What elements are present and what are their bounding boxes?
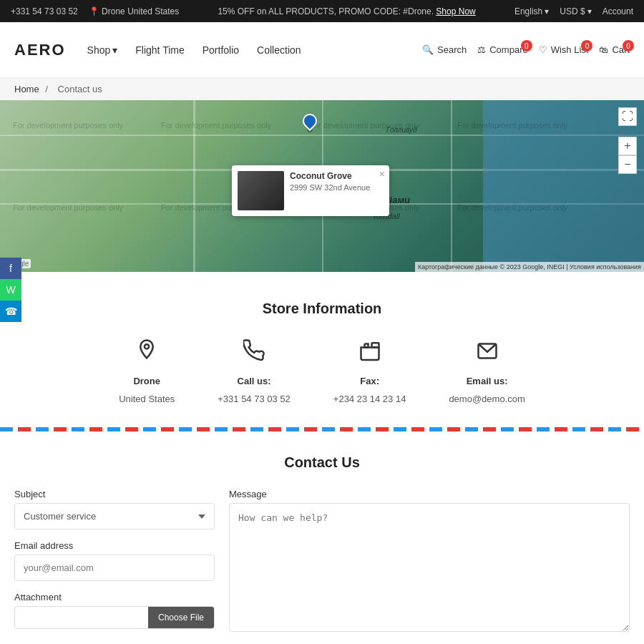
compare-button[interactable]: ⚖ Compare 0 bbox=[477, 44, 527, 55]
choose-file-button[interactable]: Choose File bbox=[148, 607, 214, 628]
whatsapp-button[interactable]: W bbox=[0, 279, 21, 301]
cart-badge: 0 bbox=[623, 40, 634, 52]
store-card-value: +331 54 73 03 52 bbox=[218, 394, 291, 404]
store-card-label: Drone bbox=[133, 376, 160, 386]
map-fullscreen-button[interactable]: ⛶ bbox=[618, 107, 637, 126]
store-card-fax: Fax: +234 23 14 23 14 bbox=[333, 338, 406, 404]
dev-watermark: For development purposes only bbox=[13, 203, 123, 212]
email-icon bbox=[477, 338, 498, 369]
popup-address: 2999 SW 32nd Avenue bbox=[290, 183, 384, 192]
map-popup: Coconut Grove 2999 SW 32nd Avenue × bbox=[232, 165, 389, 216]
language-selector[interactable]: English ▾ bbox=[514, 6, 549, 16]
message-label: Message bbox=[229, 489, 630, 499]
topbar-promo: 15% OFF on ALL PRODUCTS, PROMO CODE: #Dr… bbox=[179, 6, 514, 16]
contact-section: Contact Us Subject Customer service Emai… bbox=[0, 440, 644, 644]
logo[interactable]: AERO bbox=[14, 41, 66, 59]
breadcrumb-current: Contact us bbox=[58, 84, 102, 94]
store-card-label: Call us: bbox=[238, 376, 271, 386]
social-sidebar: f W ☎ bbox=[0, 258, 21, 322]
phone-icon bbox=[243, 338, 265, 369]
subject-select[interactable]: Customer service bbox=[14, 503, 215, 530]
cart-button[interactable]: 🛍 Cart 0 bbox=[599, 44, 630, 55]
header-left: AERO Shop ▾ Flight Time Portfolio Collec… bbox=[14, 41, 301, 59]
compare-icon: ⚖ bbox=[477, 44, 486, 55]
email-label: Email address bbox=[14, 540, 215, 551]
shop-now-link[interactable]: Shop Now bbox=[436, 6, 475, 16]
main-nav: Shop ▾ Flight Time Portfolio Collection bbox=[87, 44, 301, 56]
attachment-label: Attachment bbox=[14, 592, 215, 602]
nav-portfolio[interactable]: Portfolio bbox=[203, 44, 239, 56]
store-info-section: Store Information Drone United States Ca… bbox=[0, 272, 644, 419]
nav-collection[interactable]: Collection bbox=[257, 44, 301, 56]
popup-title: Coconut Grove bbox=[290, 171, 384, 181]
compare-badge: 0 bbox=[521, 40, 532, 52]
popup-image-inner bbox=[238, 171, 284, 210]
map-zoom-in-button[interactable]: + bbox=[618, 137, 637, 155]
attachment-group: Attachment Choose File bbox=[14, 592, 215, 629]
topbar-right: English ▾ USD $ ▾ Account bbox=[514, 6, 633, 16]
subject-group: Subject Customer service bbox=[14, 489, 215, 530]
file-input-wrap: Choose File bbox=[14, 606, 215, 629]
map-road bbox=[451, 100, 452, 272]
facebook-button[interactable]: f bbox=[0, 258, 21, 279]
popup-content: Coconut Grove 2999 SW 32nd Avenue bbox=[290, 171, 384, 210]
dev-watermark: For development purposes only bbox=[457, 121, 567, 130]
message-textarea[interactable] bbox=[229, 503, 630, 632]
topbar-phone: +331 54 73 03 52 bbox=[11, 6, 78, 16]
breadcrumb-home[interactable]: Home bbox=[14, 84, 39, 94]
nav-shop[interactable]: Shop ▾ bbox=[87, 44, 118, 56]
topbar-left: +331 54 73 03 52 📍 Drone United States bbox=[11, 6, 179, 16]
wishlist-button[interactable]: ♡ Wish List 0 bbox=[539, 44, 589, 55]
header-right: 🔍 Search ⚖ Compare 0 ♡ Wish List 0 🛍 Car… bbox=[422, 44, 630, 55]
popup-image bbox=[238, 171, 284, 210]
map-pin-blue[interactable] bbox=[303, 114, 317, 132]
svg-point-0 bbox=[145, 344, 149, 348]
topbar-location: 📍 Drone United States bbox=[89, 6, 179, 16]
map-footer-copyright: Картографические данные © 2023 Google, I… bbox=[415, 262, 644, 272]
form-right: Message bbox=[229, 489, 630, 634]
top-bar: +331 54 73 03 52 📍 Drone United States 1… bbox=[0, 0, 644, 22]
contact-title: Contact Us bbox=[14, 454, 630, 471]
contact-form: Subject Customer service Email address A… bbox=[14, 489, 630, 634]
divider-top bbox=[0, 427, 644, 431]
store-card-phone: Call us: +331 54 73 03 52 bbox=[218, 338, 291, 404]
breadcrumb: Home / Contact us bbox=[0, 78, 644, 100]
map-label-hollywood: Голливуд bbox=[386, 126, 416, 134]
phone-button[interactable]: ☎ bbox=[0, 301, 21, 322]
store-card-email: Email us: demo@demo.com bbox=[449, 338, 525, 404]
heart-icon: ♡ bbox=[539, 44, 547, 55]
popup-close-button[interactable]: × bbox=[379, 168, 385, 180]
store-card-value: demo@demo.com bbox=[449, 394, 525, 404]
store-card-label: Fax: bbox=[360, 376, 379, 386]
file-text bbox=[15, 607, 148, 628]
store-card-location: Drone United States bbox=[119, 338, 175, 404]
account-link[interactable]: Account bbox=[602, 6, 633, 16]
store-cards: Drone United States Call us: +331 54 73 … bbox=[14, 338, 630, 404]
svg-rect-7 bbox=[371, 343, 379, 347]
map-controls: ⛶ + − bbox=[618, 107, 637, 174]
breadcrumb-separator: / bbox=[45, 84, 48, 94]
header: AERO Shop ▾ Flight Time Portfolio Collec… bbox=[0, 22, 644, 78]
subject-label: Subject bbox=[14, 489, 215, 499]
form-left: Subject Customer service Email address A… bbox=[14, 489, 215, 634]
cart-icon: 🛍 bbox=[599, 44, 608, 55]
wishlist-badge: 0 bbox=[581, 40, 592, 52]
search-button[interactable]: 🔍 Search bbox=[422, 44, 467, 55]
currency-selector[interactable]: USD $ ▾ bbox=[560, 6, 591, 16]
pin-icon-blue bbox=[300, 111, 320, 131]
search-icon: 🔍 bbox=[422, 44, 434, 55]
email-group: Email address bbox=[14, 540, 215, 581]
store-card-value: +234 23 14 23 14 bbox=[333, 394, 406, 404]
dev-watermark: For development purposes only bbox=[161, 121, 271, 130]
email-input[interactable] bbox=[14, 555, 215, 581]
nav-flight-time[interactable]: Flight Time bbox=[135, 44, 184, 56]
map-zoom-out-button[interactable]: − bbox=[618, 155, 637, 174]
location-icon bbox=[136, 338, 157, 369]
store-card-value: United States bbox=[119, 394, 175, 404]
store-card-label: Email us: bbox=[467, 376, 508, 386]
dev-watermark: For development purposes only bbox=[13, 121, 123, 130]
store-info-title: Store Information bbox=[14, 301, 630, 317]
map-container[interactable]: For development purposes only For develo… bbox=[0, 100, 644, 272]
dev-watermark: For development purposes only bbox=[457, 203, 567, 212]
fax-icon bbox=[359, 338, 381, 369]
